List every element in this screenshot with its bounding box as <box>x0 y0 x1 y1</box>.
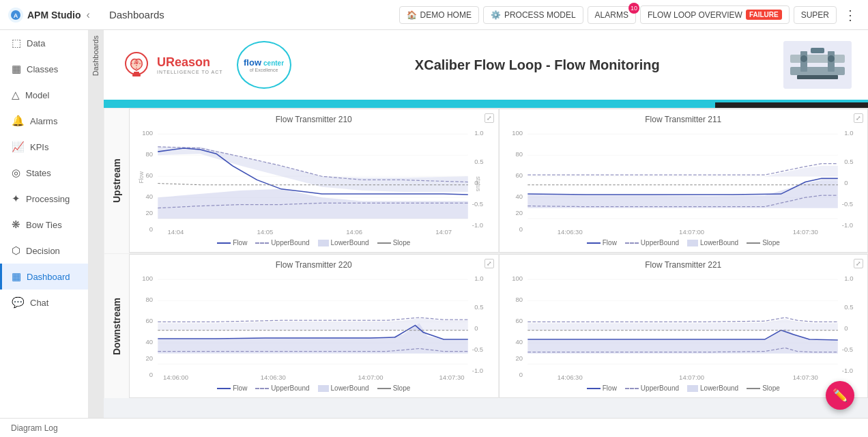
svg-text:14:04: 14:04 <box>168 229 184 235</box>
ft220-expand-button[interactable]: ⤢ <box>484 259 494 268</box>
sidebar-dashboard-label: Dashboard <box>27 272 70 282</box>
svg-text:0: 0 <box>519 371 522 378</box>
ft210-legend: Flow UpperBound LowerBound <box>135 239 493 246</box>
vertical-tab-dashboards[interactable]: Dashboards <box>89 30 102 81</box>
sidebar-states-label: States <box>26 168 51 178</box>
svg-text:14:06:30: 14:06:30 <box>261 374 286 380</box>
sidebar-item-chat[interactable]: 💬 Chat <box>0 290 88 315</box>
svg-text:14:07:00: 14:07:00 <box>679 374 704 380</box>
svg-text:0: 0 <box>844 180 848 186</box>
downstream-label: Downstream <box>104 254 129 398</box>
legend-upper-221: UpperBound <box>625 384 679 392</box>
legend-lower: LowerBound <box>318 239 369 246</box>
svg-text:40: 40 <box>146 194 154 200</box>
upstream-label: Upstream <box>104 109 129 253</box>
chart-ft210: Flow Transmitter 210 ⤢ 100 80 60 40 <box>129 109 499 253</box>
svg-text:80: 80 <box>515 152 523 158</box>
svg-text:-1.0: -1.0 <box>472 222 483 228</box>
sidebar-item-processing[interactable]: ✦ Processing <box>0 186 88 212</box>
svg-text:-1.0: -1.0 <box>841 222 852 228</box>
svg-text:A: A <box>14 12 18 19</box>
svg-text:40: 40 <box>515 339 523 346</box>
svg-text:100: 100 <box>142 276 153 282</box>
sidebar-item-kpis[interactable]: 📈 KPIs <box>0 134 88 160</box>
svg-rect-10 <box>790 67 845 75</box>
sidebar-chat-label: Chat <box>30 298 48 308</box>
sidebar-item-model[interactable]: △ Model <box>0 82 88 108</box>
chart-ft211: Flow Transmitter 211 ⤢ 100 80 60 40 20 0 <box>499 109 869 253</box>
home-icon: 🏠 <box>407 10 417 20</box>
sidebar-item-dashboard[interactable]: ▦ Dashboard <box>0 264 88 290</box>
svg-text:0.5: 0.5 <box>844 304 853 310</box>
svg-text:20: 20 <box>146 356 154 362</box>
svg-text:100: 100 <box>512 276 523 282</box>
edit-fab[interactable]: ✏️ <box>826 381 854 410</box>
demo-home-button[interactable]: 🏠 DEMO HOME <box>399 6 479 24</box>
collapse-icon[interactable]: ‹ <box>87 9 90 21</box>
ft220-chart-area: 100 80 60 40 20 0 1.0 0.5 0 -0.5 -1.0 <box>135 272 493 382</box>
vertical-tab-container: Dashboards <box>89 30 104 418</box>
sidebar: ⬚ Data ▦ Classes △ Model 🔔 Alarms 📈 KPIs… <box>0 30 89 418</box>
sidebar-classes-label: Classes <box>27 64 58 74</box>
processing-icon: ✦ <box>12 193 20 205</box>
svg-text:0: 0 <box>149 226 153 232</box>
ft210-expand-button[interactable]: ⤢ <box>484 113 494 123</box>
svg-text:0.5: 0.5 <box>474 158 483 165</box>
svg-text:0: 0 <box>519 226 522 232</box>
svg-point-13 <box>800 55 807 62</box>
color-bar <box>104 102 868 108</box>
ft211-expand-button[interactable]: ⤢ <box>854 113 863 123</box>
alarms-button[interactable]: ALARMS 10 <box>588 6 636 24</box>
svg-text:14:05: 14:05 <box>257 229 273 235</box>
sidebar-item-classes[interactable]: ▦ Classes <box>0 56 88 82</box>
svg-text:14:07:00: 14:07:00 <box>679 229 704 235</box>
legend-flow-221: Flow <box>587 384 617 392</box>
svg-text:1.0: 1.0 <box>474 276 483 282</box>
more-menu-icon[interactable]: ⋮ <box>841 7 860 23</box>
sidebar-bowties-label: Bow Ties <box>26 220 62 230</box>
svg-text:14:07:30: 14:07:30 <box>792 229 818 235</box>
model-icon: △ <box>12 89 20 101</box>
svg-text:14:06: 14:06 <box>346 229 362 235</box>
edit-icon: ✏️ <box>833 388 848 403</box>
kpi-icon: 📈 <box>12 141 25 153</box>
app-logo: A APM Studio <box>8 8 81 23</box>
alarms-label: ALARMS <box>595 10 628 20</box>
page-title: Dashboards <box>109 9 164 20</box>
sidebar-decision-label: Decision <box>26 246 60 256</box>
sidebar-item-decision[interactable]: ⬡ Decision <box>0 238 88 264</box>
upstream-section: Upstream Flow Transmitter 210 ⤢ 100 <box>104 108 868 253</box>
ft221-legend: Flow UpperBound LowerBound <box>505 384 863 392</box>
sidebar-model-label: Model <box>25 90 49 100</box>
svg-text:-0.5: -0.5 <box>841 201 852 207</box>
svg-text:0: 0 <box>149 371 153 378</box>
legend-flow: Flow <box>217 239 247 246</box>
super-button[interactable]: SUPER <box>794 6 837 24</box>
main-layout: ⬚ Data ▦ Classes △ Model 🔔 Alarms 📈 KPIs… <box>0 30 868 418</box>
sidebar-item-data[interactable]: ⬚ Data <box>0 30 88 56</box>
data-icon: ⬚ <box>12 37 21 49</box>
svg-text:40: 40 <box>146 339 154 346</box>
svg-text:-1.0: -1.0 <box>841 367 852 373</box>
svg-rect-16 <box>797 75 838 79</box>
ureason-text: UReason <box>157 55 223 70</box>
sidebar-item-states[interactable]: ◎ States <box>0 160 88 186</box>
svg-text:14:07:30: 14:07:30 <box>439 374 464 380</box>
svg-rect-6 <box>132 74 141 76</box>
ft221-expand-button[interactable]: ⤢ <box>854 259 863 268</box>
bowties-icon: ❋ <box>12 218 20 231</box>
legend-slope: Slope <box>377 239 411 246</box>
decision-icon: ⬡ <box>12 244 20 257</box>
dashboard-thumbnail <box>783 41 852 89</box>
dashboard-panel: UReason INTELLIGENCE TO ACT flow center … <box>104 30 868 398</box>
process-model-button[interactable]: ⚙️ PROCESS MODEL <box>483 6 583 24</box>
sidebar-item-alarms[interactable]: 🔔 Alarms <box>0 108 88 134</box>
svg-text:0.5: 0.5 <box>474 304 483 310</box>
top-nav: 🏠 DEMO HOME ⚙️ PROCESS MODEL ALARMS 10 F… <box>399 5 860 24</box>
svg-text:80: 80 <box>515 297 523 303</box>
dashboard-title: XCaliber Flow Loop - Flow Monitoring <box>305 57 770 73</box>
svg-text:status: status <box>475 176 482 192</box>
flow-loop-overview-button[interactable]: FLOW LOOP OVERVIEW FAILURE <box>640 5 790 24</box>
svg-text:0: 0 <box>474 325 478 331</box>
sidebar-item-bowties[interactable]: ❋ Bow Ties <box>0 212 88 238</box>
